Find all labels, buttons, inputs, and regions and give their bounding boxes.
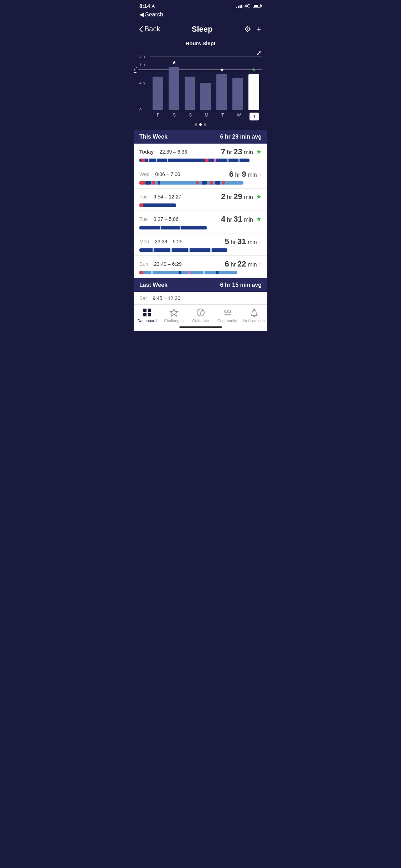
sleep-time-tue2: 0:27 – 5:06 [154,216,179,222]
sleep-time-sat: 9:45 – 12:30 [153,295,180,301]
chevron-wed: › [260,171,262,177]
sleep-entry-tue2[interactable]: Tue 0:27 – 5:06 4 hr 31 min ★ [134,211,267,233]
sleep-entry-sat[interactable]: Sat 9:45 – 12:30 [134,292,267,304]
sleep-time-sun: 23:49 – 6:29 [154,261,182,267]
sleep-right-mon: 5 hr 31 min › [225,237,262,246]
sleep-day-tue2: Tue [139,216,148,222]
sleep-right-tue1: 2 hr 29 min ★ [221,192,262,201]
x-label-s1: S [169,113,180,120]
x-label-m: M [201,113,212,120]
sleep-entry-today[interactable]: Today 22:39 – 6:33 7 hr 23 min ★ [134,144,267,166]
svg-point-11 [253,309,255,310]
this-week-label: This Week [139,134,168,140]
viz-sun [139,270,262,275]
y-label-7h: 7 h [139,62,145,67]
sleep-right-wed: 6 hr 9 min › [229,170,262,179]
nav-community[interactable]: Community [214,308,241,323]
search-bar: ◀ Search [134,10,267,21]
dot-1[interactable] [195,123,197,126]
sleep-time-today: 22:39 – 6:33 [159,149,187,155]
sleep-right-sun: 6 hr 22 min › [225,259,262,269]
sleep-day-today: Today [139,149,154,155]
status-right: 4G [236,3,262,9]
star-tue2: ★ [256,215,262,223]
chart-section: Hours Slept ⤢ 8 h 7 h 4 h 0 7 h [134,40,267,130]
status-time: 8:14 [139,3,155,9]
bars-container: ★ ★ ★ [150,56,262,110]
bar-friday [153,56,163,110]
sleep-duration-tue1: 2 hr 29 min [221,192,253,201]
sleep-time-wed: 0:06 – 7:00 [155,171,180,177]
nav-guidance[interactable]: Guidance [187,308,214,323]
last-week-avg: 6 hr 15 min avg [220,282,262,288]
home-bar [179,326,222,328]
status-bar: 8:14 4G [134,0,267,10]
sleep-day-sat: Sat [139,295,147,301]
sleep-right-today: 7 hr 23 min ★ [221,147,262,156]
add-button[interactable]: + [256,24,262,35]
expand-button[interactable]: ⤢ [256,49,262,57]
sleep-day-sun: Sun [139,261,148,267]
sleep-day-mon: Mon [139,239,149,244]
back-icon [139,26,143,32]
this-week-avg: 6 hr 29 min avg [220,134,262,140]
search-back-button[interactable]: ◀ Search [139,11,262,18]
bar-saturday: ★ [169,56,179,110]
settings-button[interactable]: ⚙ [244,25,251,34]
sleep-duration-tue2: 4 hr 31 min [221,215,253,224]
back-button[interactable]: Back [139,25,160,33]
sleep-day-tue1: Tue [139,194,148,200]
chart-container[interactable]: ⤢ 8 h 7 h 4 h 0 7 h [139,49,262,120]
nav-challenges[interactable]: Challenges [160,308,187,323]
pagination [139,120,262,127]
challenges-icon [169,308,179,317]
y-label-8h: 8 h [139,54,145,58]
nav-header: Back Sleep ⚙ + [134,21,267,40]
nav-dashboard[interactable]: Dashboard [134,308,160,323]
community-icon [222,308,232,317]
svg-marker-0 [151,4,155,8]
x-labels: F S S M T W T [150,113,262,120]
viz-tue2 [139,225,262,230]
sleep-entry-sun[interactable]: Sun 23:49 – 6:29 6 hr 22 min › [134,256,267,278]
sleep-duration-sun: 6 hr 22 min [225,259,257,269]
dot-2-active[interactable] [199,123,202,126]
viz-mon [139,248,262,253]
nav-actions: ⚙ + [244,24,262,35]
nav-guidance-label: Guidance [192,319,209,323]
dashboard-icon [142,308,152,317]
nav-dashboard-label: Dashboard [138,319,157,323]
sleep-duration-mon: 5 hr 31 min [225,237,257,246]
x-label-w: W [233,113,244,120]
dot-3[interactable] [204,123,206,126]
notifications-icon [249,308,259,317]
sleep-entry-tue1[interactable]: Tue 9:54 – 12:27 2 hr 29 min ★ [134,188,267,211]
sleep-entry-mon[interactable]: Mon 23:39 – 5:25 5 hr 31 min › [134,233,267,256]
x-label-t2-active: T [250,113,259,120]
guidance-icon [196,308,206,317]
svg-point-9 [225,310,227,313]
nav-notifications-label: Notifications [243,319,265,323]
nav-community-label: Community [217,319,237,323]
x-label-f: F [153,113,164,120]
last-week-label: Last Week [139,282,168,288]
signal-icon [236,4,242,8]
bar-monday [200,56,211,110]
y-label-0: 0 [139,108,142,112]
bottom-nav: Dashboard Challenges Guidance [134,304,267,324]
svg-rect-2 [148,309,151,312]
svg-rect-4 [148,313,151,316]
sleep-day-wed: Wed [139,171,150,177]
viz-tue1 [139,203,262,208]
star-tuesday: ★ [220,66,224,73]
star-today: ★ [251,66,256,73]
this-week-header: This Week 6 hr 29 min avg [134,130,267,144]
sleep-entry-wed[interactable]: Wed 0:06 – 7:00 6 hr 9 min › [134,166,267,188]
bar-wednesday [232,56,243,110]
sleep-duration-today: 7 hr 23 min [221,147,253,156]
sleep-right-tue2: 4 hr 31 min ★ [221,215,262,224]
star-saturday: ★ [172,59,176,66]
nav-notifications[interactable]: Notifications [241,308,267,323]
svg-rect-3 [143,313,146,316]
star-tue1: ★ [256,193,262,201]
